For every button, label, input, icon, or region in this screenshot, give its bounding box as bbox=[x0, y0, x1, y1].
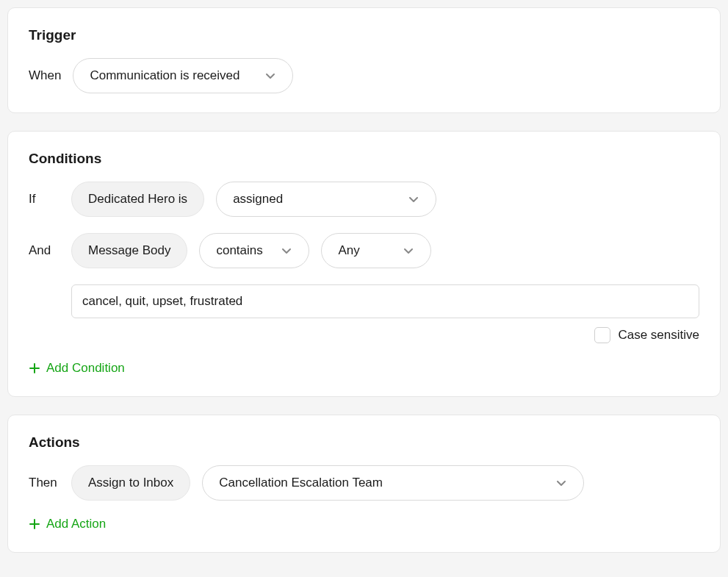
action-row-1: Then Assign to Inbox Cancellation Escala… bbox=[29, 465, 699, 501]
action-target-select[interactable]: Cancellation Escalation Team bbox=[202, 465, 584, 501]
trigger-title: Trigger bbox=[29, 27, 699, 43]
add-action-label: Add Action bbox=[46, 517, 106, 531]
condition2-operator-select[interactable]: contains bbox=[199, 233, 309, 268]
then-label: Then bbox=[29, 476, 60, 490]
trigger-event-value: Communication is received bbox=[90, 68, 239, 83]
condition2-match-label: Any bbox=[338, 243, 359, 258]
condition1-field-label: Dedicated Hero is bbox=[88, 192, 187, 207]
case-sensitive-row: Case sensitive bbox=[29, 327, 699, 343]
chevron-down-icon bbox=[408, 193, 419, 205]
add-action-button[interactable]: Add Action bbox=[29, 517, 106, 531]
trigger-event-select[interactable]: Communication is received bbox=[73, 58, 293, 93]
actions-title: Actions bbox=[29, 434, 699, 451]
condition2-operator-label: contains bbox=[216, 243, 262, 258]
actions-card: Actions Then Assign to Inbox Cancellatio… bbox=[7, 415, 721, 553]
keywords-input[interactable] bbox=[71, 284, 699, 318]
keywords-row bbox=[29, 284, 699, 318]
plus-icon bbox=[29, 518, 40, 530]
case-sensitive-checkbox[interactable] bbox=[594, 327, 610, 343]
add-condition-button[interactable]: Add Condition bbox=[29, 361, 125, 376]
conditions-title: Conditions bbox=[29, 151, 699, 167]
condition1-value-select[interactable]: assigned bbox=[216, 182, 436, 217]
and-label: And bbox=[29, 243, 60, 258]
chevron-down-icon bbox=[281, 245, 292, 257]
add-condition-label: Add Condition bbox=[46, 361, 125, 376]
chevron-down-icon bbox=[555, 477, 567, 489]
condition2-field-label: Message Body bbox=[88, 243, 170, 258]
when-label: When bbox=[29, 68, 61, 83]
action-type-pill[interactable]: Assign to Inbox bbox=[71, 465, 190, 501]
trigger-card: Trigger When Communication is received bbox=[7, 7, 721, 113]
condition-row-1: If Dedicated Hero is assigned bbox=[29, 182, 699, 217]
condition1-value-label: assigned bbox=[233, 192, 283, 207]
plus-icon bbox=[29, 362, 40, 374]
action-target-label: Cancellation Escalation Team bbox=[219, 476, 383, 490]
conditions-card: Conditions If Dedicated Hero is assigned… bbox=[7, 131, 721, 397]
action-type-label: Assign to Inbox bbox=[88, 476, 173, 490]
trigger-row: When Communication is received bbox=[29, 58, 699, 93]
case-sensitive-label: Case sensitive bbox=[618, 328, 699, 343]
condition-row-2: And Message Body contains Any bbox=[29, 233, 699, 268]
condition1-field-pill[interactable]: Dedicated Hero is bbox=[71, 182, 204, 217]
chevron-down-icon bbox=[403, 245, 414, 257]
if-label: If bbox=[29, 192, 60, 207]
condition2-field-pill[interactable]: Message Body bbox=[71, 233, 187, 268]
condition2-match-select[interactable]: Any bbox=[321, 233, 431, 268]
chevron-down-icon bbox=[264, 70, 276, 82]
